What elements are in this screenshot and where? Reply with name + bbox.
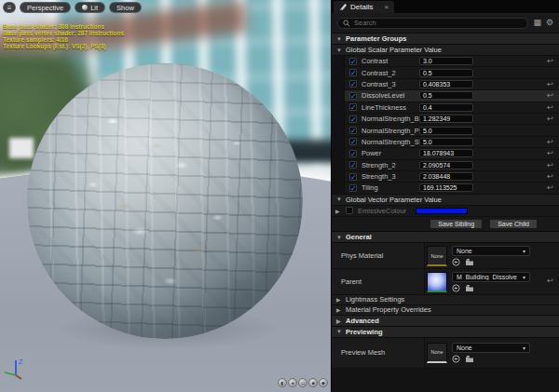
reset-to-default-icon[interactable]: ↩ (547, 183, 553, 192)
indent-strip (332, 114, 345, 124)
phys-material-thumbnail[interactable]: None (427, 246, 447, 266)
override-checkbox[interactable]: ✓ (349, 80, 357, 88)
use-selected-asset-icon[interactable] (452, 258, 460, 266)
parent-row: Parent M_Building_Dissolve ▾ (332, 269, 559, 295)
category-parameter-groups[interactable]: ▼ Parameter Groups (332, 34, 559, 45)
parameter-value-input[interactable]: 0.5 (419, 69, 473, 77)
chevron-down-icon: ▼ (336, 36, 342, 42)
parameter-value-input[interactable]: 2.090574 (419, 161, 473, 169)
reset-to-default-icon[interactable]: ↩ (547, 149, 553, 157)
parameter-row-emissive: ▶ ✓ EmissiveColour (332, 206, 559, 217)
reset-to-default-icon[interactable]: ↩ (547, 138, 553, 146)
parameter-label: Strength_3 (361, 172, 419, 181)
browse-to-asset-icon[interactable] (465, 284, 474, 292)
phys-material-dropdown[interactable]: None ▾ (452, 246, 530, 256)
override-checkbox[interactable]: ✓ (349, 115, 357, 123)
override-checkbox[interactable]: ✓ (346, 207, 353, 214)
indent-strip (332, 160, 345, 170)
parameter-value-input[interactable]: 0.5 (419, 91, 473, 100)
override-checkbox[interactable]: ✓ (349, 127, 357, 134)
details-search-row: Search ▦ ⚙ (332, 13, 559, 34)
save-sibling-button[interactable]: Save Sibling (429, 219, 483, 229)
close-tab-icon[interactable]: × (384, 3, 389, 11)
reset-to-default-icon[interactable]: ↩ (547, 172, 553, 181)
settings-gear-icon[interactable]: ⚙ (546, 19, 553, 27)
chevron-right-icon: ▶ (336, 306, 342, 313)
perspective-button[interactable]: Perspective (20, 2, 71, 13)
parameter-value-input[interactable]: 5.0 (419, 138, 473, 146)
reset-to-default-icon[interactable]: ↩ (547, 91, 553, 100)
category-previewing[interactable]: ▼ Previewing (332, 327, 559, 338)
reset-to-default-icon[interactable]: ↩ (547, 57, 553, 65)
category-general[interactable]: ▼ General (332, 232, 559, 243)
reset-to-default-icon[interactable]: ↩ (547, 161, 553, 169)
parameter-label: LineThickness (361, 103, 419, 112)
expander-icon[interactable]: ▶ (335, 208, 341, 214)
dropdown-value: None (457, 345, 472, 351)
reset-to-default-icon[interactable]: ↩ (547, 103, 553, 112)
reset-to-default-icon[interactable]: ↩ (547, 277, 553, 285)
parameter-row: ✓ NormalStrength_Stucco 5.0 ↩ (332, 137, 559, 148)
custom-mesh-shape-button[interactable]: ◆ (319, 378, 328, 387)
parameter-label: Contrast_2 (361, 69, 419, 77)
lit-label: Lit (90, 4, 98, 12)
preview-sphere[interactable] (27, 63, 303, 339)
override-checkbox[interactable]: ✓ (349, 184, 357, 192)
category-global-scalar[interactable]: ▼ Global Scalar Parameter Value (332, 45, 559, 56)
preview-mesh-dropdown[interactable]: None ▾ (452, 343, 530, 353)
parameter-value-input[interactable]: 3.0 (419, 57, 473, 65)
sphere-shape-button[interactable]: ● (288, 378, 297, 387)
cylinder-shape-button[interactable]: ▮ (278, 378, 287, 387)
chevron-down-icon: ▼ (336, 235, 342, 240)
show-button[interactable]: Show (109, 2, 142, 13)
parameter-value-input[interactable]: 2.038448 (419, 172, 473, 181)
override-checkbox[interactable]: ✓ (349, 58, 357, 65)
lightmass-settings-row[interactable]: ▶ Lightmass Settings (332, 295, 559, 305)
browse-to-asset-icon[interactable] (465, 258, 474, 266)
cube-shape-button[interactable]: ■ (308, 378, 318, 387)
override-checkbox[interactable]: ✓ (349, 150, 357, 157)
override-checkbox[interactable]: ✓ (349, 92, 357, 100)
override-checkbox[interactable]: ✓ (349, 69, 357, 76)
indent-strip (332, 79, 345, 89)
reset-to-default-icon[interactable]: ↩ (547, 115, 553, 123)
parameter-value-input[interactable]: 5.0 (419, 127, 473, 135)
parameter-value-input[interactable]: 0.408353 (419, 80, 473, 88)
axis-gizmo: Z (4, 357, 32, 383)
asset-icon-row (452, 284, 530, 292)
details-panel: Details × Search ▦ ⚙ ▼ Parameter Groups … (331, 0, 559, 392)
category-label: Previewing (346, 328, 383, 336)
parameter-value-input[interactable]: 1.282349 (419, 115, 473, 123)
override-checkbox[interactable]: ✓ (349, 161, 357, 169)
category-advanced[interactable]: ▶ Advanced (332, 316, 559, 327)
reset-to-default-icon[interactable]: ↩ (547, 80, 553, 88)
parameter-value-input[interactable]: 0.4 (419, 103, 473, 112)
use-selected-asset-icon[interactable] (452, 284, 460, 292)
search-input[interactable]: Search (337, 18, 528, 29)
plane-shape-button[interactable]: ▭ (298, 378, 307, 387)
parent-material-thumbnail[interactable] (427, 272, 447, 292)
parameter-value-input[interactable]: 18.078943 (419, 149, 473, 157)
parent-dropdown[interactable]: M_Building_Dissolve ▾ (452, 272, 530, 282)
override-checkbox[interactable]: ✓ (349, 173, 357, 181)
save-child-button[interactable]: Save Child (489, 219, 538, 229)
preview-mesh-thumbnail[interactable]: None (427, 343, 447, 363)
override-checkbox[interactable]: ✓ (349, 103, 357, 111)
color-swatch[interactable] (416, 208, 468, 214)
material-property-overrides-row[interactable]: ▶ Material Property Overrides (332, 305, 559, 316)
viewport-menu-button[interactable]: ≡ (3, 2, 16, 13)
parameter-value-input[interactable]: 169.113525 (419, 183, 473, 192)
browse-to-asset-icon[interactable] (465, 355, 474, 363)
parameter-label: EmissiveColour (358, 207, 416, 215)
row-label: Material Property Overrides (346, 305, 431, 314)
lit-mode-button[interactable]: Lit (75, 2, 105, 13)
parameter-row: ✓ DissolveLevel 0.5 ↩ (332, 90, 559, 101)
use-selected-asset-icon[interactable] (452, 355, 460, 363)
preview-viewport[interactable]: ≡ Perspective Lit Show Base pass shader:… (0, 0, 331, 392)
details-tab[interactable]: Details × (334, 1, 394, 13)
category-label: Global Scalar Parameter Value (346, 46, 442, 54)
display-filter-icon[interactable]: ▦ (533, 19, 541, 27)
hamburger-icon: ≡ (7, 4, 12, 12)
override-checkbox[interactable]: ✓ (349, 138, 357, 145)
category-global-vector[interactable]: ▼ Global Vector Parameter Value (332, 195, 559, 206)
